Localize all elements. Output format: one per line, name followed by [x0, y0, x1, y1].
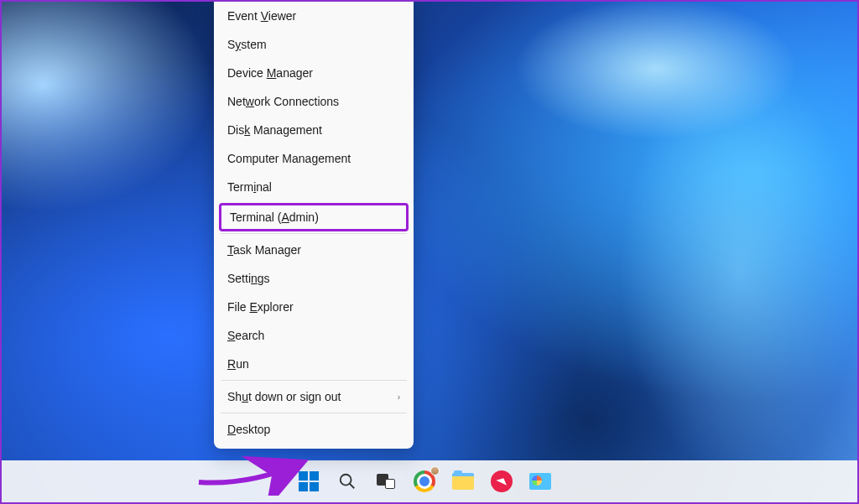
menu-item-label: Event Viewer: [227, 9, 296, 23]
menu-item-task-manager[interactable]: Task Manager: [214, 236, 414, 264]
app-red-icon: [491, 470, 513, 492]
menu-item-label: Device Manager: [227, 66, 313, 80]
menu-item-label: Terminal: [227, 180, 272, 194]
desktop-wallpaper: [2, 2, 857, 502]
folder-icon: [452, 473, 474, 490]
menu-item-computer-management[interactable]: Computer Management: [214, 144, 414, 173]
svg-point-0: [341, 475, 351, 486]
menu-item-event-viewer[interactable]: Event Viewer: [214, 2, 414, 30]
menu-item-label: System: [227, 38, 267, 51]
taskview-icon: [377, 474, 395, 489]
chrome-button[interactable]: [413, 470, 436, 493]
winx-context-menu: Event ViewerSystemDevice ManagerNetwork …: [214, 2, 414, 449]
menu-item-label: Network Connections: [227, 95, 339, 108]
search-button[interactable]: [336, 470, 359, 493]
menu-item-disk-management[interactable]: Disk Management: [214, 116, 414, 144]
menu-item-label: Terminal (Admin): [230, 210, 319, 224]
menu-item-network-connections[interactable]: Network Connections: [214, 87, 414, 116]
file-explorer-button[interactable]: [451, 470, 475, 493]
start-button[interactable]: [297, 470, 320, 493]
taskbar: [2, 460, 857, 502]
profile-badge-icon: [430, 466, 440, 475]
pinned-app-1-button[interactable]: [490, 470, 513, 493]
menu-separator: [221, 233, 407, 234]
taskview-button[interactable]: [374, 470, 398, 493]
menu-item-label: Settings: [227, 272, 270, 285]
menu-item-system[interactable]: System: [214, 30, 414, 59]
menu-item-shut-down-or-sign-out[interactable]: Shut down or sign out›: [214, 382, 414, 411]
app-ctrl-icon: [529, 473, 551, 490]
menu-separator: [221, 413, 407, 413]
svg-line-1: [350, 484, 355, 489]
menu-item-label: Search: [227, 329, 264, 342]
menu-separator: [221, 380, 407, 381]
chevron-right-icon: ›: [398, 392, 400, 402]
menu-item-run[interactable]: Run: [214, 350, 414, 378]
menu-item-settings[interactable]: Settings: [214, 264, 414, 293]
menu-item-label: Task Manager: [227, 243, 301, 257]
windows-logo-icon: [299, 471, 319, 491]
menu-item-label: Run: [227, 357, 249, 371]
menu-item-desktop[interactable]: Desktop: [214, 415, 414, 444]
menu-item-device-manager[interactable]: Device Manager: [214, 59, 414, 87]
menu-item-label: Disk Management: [227, 123, 322, 137]
menu-item-terminal-admin[interactable]: Terminal (Admin): [219, 203, 409, 231]
menu-item-file-explorer[interactable]: File Explorer: [214, 293, 414, 321]
pinned-app-2-button[interactable]: [528, 470, 552, 493]
menu-item-label: Shut down or sign out: [227, 390, 341, 403]
menu-item-search[interactable]: Search: [214, 321, 414, 350]
search-icon: [338, 472, 357, 491]
menu-item-terminal[interactable]: Terminal: [214, 173, 414, 201]
menu-item-label: Computer Management: [227, 152, 351, 165]
menu-item-label: Desktop: [227, 423, 270, 436]
menu-item-label: File Explorer: [227, 300, 294, 314]
